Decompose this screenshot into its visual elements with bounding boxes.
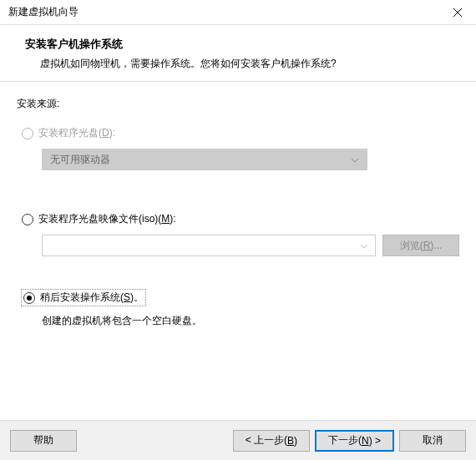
page-description: 虚拟机如同物理机，需要操作系统。您将如何安装客户机操作系统? (25, 57, 451, 71)
wizard-footer: 帮助 < 上一步(B) 下一步(N) > 取消 (0, 420, 476, 460)
content-area: 安装来源: 安装程序光盘(D): 无可用驱动器 安装程序光盘映像文件(iso)(… (0, 82, 476, 363)
radio-disc-row[interactable]: 安装程序光盘(D): (22, 126, 459, 140)
radio-disc (22, 128, 33, 139)
option-disc: 安装程序光盘(D): 无可用驱动器 (22, 126, 459, 170)
radio-later-row[interactable]: 稍后安装操作系统(S)。 (22, 290, 145, 306)
chevron-down-icon (351, 154, 359, 165)
window-title: 新建虚拟机向导 (8, 5, 438, 19)
later-hint: 创建的虚拟机将包含一个空白硬盘。 (42, 314, 459, 328)
radio-iso-label: 安装程序光盘映像文件(iso)(M): (38, 212, 176, 226)
disc-dropdown-text: 无可用驱动器 (50, 153, 110, 167)
iso-path-input[interactable] (42, 235, 376, 256)
cancel-button[interactable]: 取消 (399, 430, 466, 452)
radio-later-label: 稍后安装操作系统(S)。 (40, 291, 144, 305)
next-button[interactable]: 下一步(N) > (315, 430, 394, 452)
browse-button[interactable]: 浏览(R)... (382, 235, 459, 256)
radio-disc-label: 安装程序光盘(D): (38, 126, 115, 140)
radio-iso (22, 214, 33, 225)
disc-dropdown[interactable]: 无可用驱动器 (42, 149, 367, 170)
page-title: 安装客户机操作系统 (25, 37, 451, 52)
titlebar: 新建虚拟机向导 (0, 0, 476, 25)
radio-later (23, 292, 35, 304)
help-button[interactable]: 帮助 (10, 430, 77, 452)
source-label: 安装来源: (17, 97, 459, 111)
chevron-down-icon (360, 240, 368, 251)
back-button[interactable]: < 上一步(B) (233, 430, 310, 452)
radio-iso-row[interactable]: 安装程序光盘映像文件(iso)(M): (22, 212, 459, 226)
option-later: 稍后安装操作系统(S)。 创建的虚拟机将包含一个空白硬盘。 (22, 290, 459, 328)
close-icon (453, 8, 462, 17)
wizard-header: 安装客户机操作系统 虚拟机如同物理机，需要操作系统。您将如何安装客户机操作系统? (0, 25, 476, 82)
option-iso: 安装程序光盘映像文件(iso)(M): 浏览(R)... (22, 212, 459, 256)
close-button[interactable] (438, 0, 476, 25)
